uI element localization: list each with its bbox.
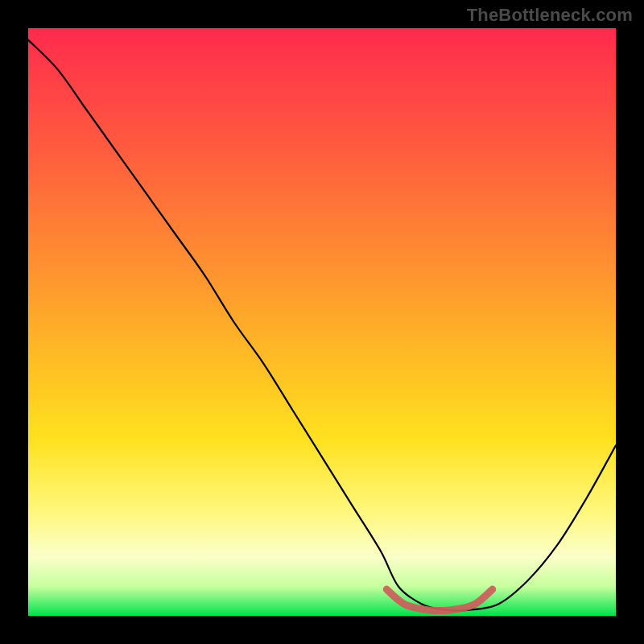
curve-svg — [28, 28, 616, 616]
watermark-text: TheBottleneck.com — [467, 5, 633, 26]
bottleneck-curve — [28, 40, 616, 611]
highlight-segment — [386, 589, 492, 611]
chart-container: TheBottleneck.com — [0, 0, 644, 644]
plot-area — [28, 28, 616, 616]
